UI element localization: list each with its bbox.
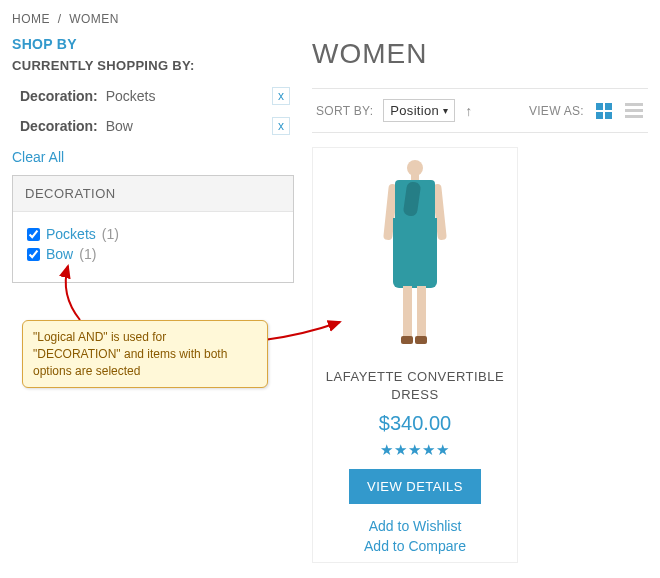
content: WOMEN SORT BY: Position ▾ ↑ VIEW AS: (312, 36, 648, 563)
currently-shopping-title: CURRENTLY SHOPPING BY: (12, 58, 294, 73)
toolbar: SORT BY: Position ▾ ↑ VIEW AS: (312, 88, 648, 133)
facet-link-pockets[interactable]: Pockets (46, 226, 96, 242)
filter-value: Bow (106, 118, 133, 134)
product-name[interactable]: LAFAYETTE CONVERTIBLE DRESS (319, 368, 511, 404)
add-to-compare-link[interactable]: Add to Compare (313, 538, 517, 554)
breadcrumb: HOME / WOMEN (12, 8, 648, 36)
sortby-label: SORT BY: (316, 104, 373, 118)
shopby-title: SHOP BY (12, 36, 294, 52)
filter-value: Pockets (106, 88, 156, 104)
sidebar: SHOP BY CURRENTLY SHOPPING BY: Decoratio… (12, 36, 294, 563)
filter-label: Decoration: (20, 88, 98, 104)
remove-filter-icon[interactable]: x (272, 117, 290, 135)
sort-direction-icon[interactable]: ↑ (465, 103, 472, 119)
facet-count: (1) (79, 246, 96, 262)
annotation-callout: "Logical AND" is used for "DECORATION" a… (22, 320, 268, 388)
rating-stars-icon: ★★★★★ (313, 441, 517, 459)
facet-checkbox-bow[interactable] (27, 248, 40, 261)
active-filter-row: Decoration: Bow x (12, 111, 294, 141)
remove-filter-icon[interactable]: x (272, 87, 290, 105)
grid-view-icon[interactable] (594, 102, 614, 120)
clear-all-link[interactable]: Clear All (12, 149, 64, 165)
facet-title: DECORATION (13, 176, 293, 212)
facet-option: Pockets (1) (27, 226, 279, 242)
caret-down-icon: ▾ (443, 105, 448, 116)
breadcrumb-home[interactable]: HOME (12, 12, 50, 26)
view-details-button[interactable]: VIEW DETAILS (349, 469, 481, 504)
filter-label: Decoration: (20, 118, 98, 134)
sort-select[interactable]: Position ▾ (383, 99, 455, 122)
breadcrumb-sep: / (58, 12, 62, 26)
facet-box: DECORATION Pockets (1) Bow (1) (12, 175, 294, 283)
product-card: LAFAYETTE CONVERTIBLE DRESS $340.00 ★★★★… (312, 147, 518, 563)
sort-value: Position (390, 103, 439, 118)
active-filter-row: Decoration: Pockets x (12, 81, 294, 111)
list-view-icon[interactable] (624, 102, 644, 120)
viewas-label: VIEW AS: (529, 104, 584, 118)
facet-link-bow[interactable]: Bow (46, 246, 73, 262)
breadcrumb-women: WOMEN (69, 12, 119, 26)
facet-option: Bow (1) (27, 246, 279, 262)
add-to-wishlist-link[interactable]: Add to Wishlist (313, 518, 517, 534)
page-title: WOMEN (312, 38, 648, 70)
product-price: $340.00 (313, 412, 517, 435)
facet-count: (1) (102, 226, 119, 242)
product-image[interactable] (313, 148, 517, 358)
facet-checkbox-pockets[interactable] (27, 228, 40, 241)
